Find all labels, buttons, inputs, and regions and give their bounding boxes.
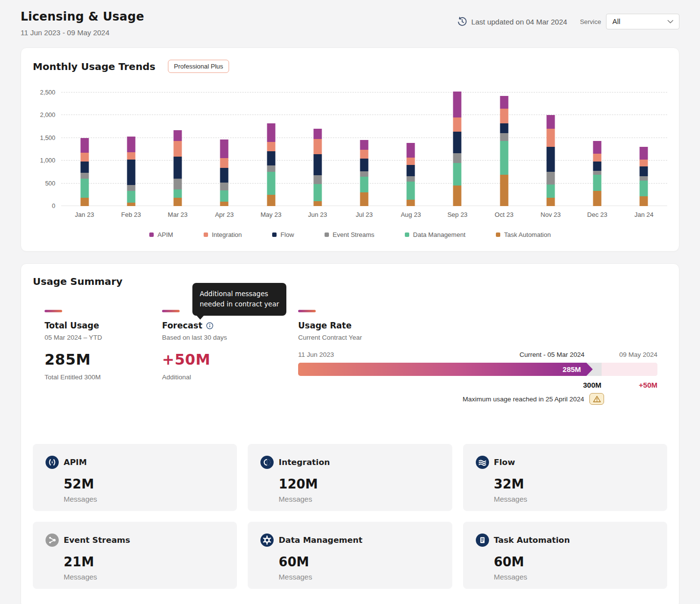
stacked-bar[interactable] <box>80 138 89 206</box>
chart-plot <box>61 93 667 206</box>
bar-segment <box>267 123 275 142</box>
bar-segment <box>546 129 555 147</box>
total-usage-title: Total Usage <box>45 321 99 330</box>
stacked-bar[interactable] <box>593 141 602 206</box>
bar-segment <box>640 196 648 206</box>
total-usage-footnote: Total Entitled 300M <box>45 373 162 381</box>
legend-label: Event Streams <box>333 231 374 238</box>
usage-rate-bar-value: 285M <box>562 365 581 373</box>
page-title: Licensing & Usage <box>21 10 144 23</box>
bar-segment <box>80 173 89 179</box>
x-tick-label: Oct 23 <box>481 211 527 218</box>
service-unit: Messages <box>64 573 224 581</box>
page-date-range: 11 Jun 2023 - 09 May 2024 <box>21 28 144 37</box>
bar-segment <box>127 137 135 152</box>
bar-segment <box>546 115 555 128</box>
x-tick-label: Apr 23 <box>201 211 248 218</box>
legend-item[interactable]: APIM <box>149 231 173 238</box>
bar-segment <box>80 162 89 173</box>
page-header: Licensing & Usage 11 Jun 2023 - 09 May 2… <box>0 0 700 37</box>
service-value: 120M <box>279 477 439 491</box>
legend-item[interactable]: Integration <box>204 231 242 238</box>
x-tick-label: Mar 23 <box>154 211 201 218</box>
bar-segment <box>174 179 182 189</box>
bar-segment <box>360 177 369 192</box>
bar-segment <box>407 165 415 176</box>
bar-segment <box>80 198 89 206</box>
usage-summary-card: Usage Summary Total Usage 05 Mar 2024 – … <box>21 263 679 604</box>
service-select[interactable]: All <box>606 14 679 29</box>
legend-item[interactable]: Flow <box>272 231 294 238</box>
service-card: Event Streams21MMessages <box>33 522 237 589</box>
bar-segment <box>546 198 555 206</box>
legend-item[interactable]: Event Streams <box>325 231 374 238</box>
stacked-bar[interactable] <box>360 140 369 206</box>
bar-segment <box>220 139 229 158</box>
x-tick-label: Sep 23 <box>434 211 481 218</box>
tooltip-line-1: Additional messages <box>200 289 279 300</box>
tooltip-arrow <box>196 315 204 320</box>
x-tick-label: Nov 23 <box>527 211 574 218</box>
bar-segment <box>640 181 648 196</box>
stacked-bar[interactable] <box>407 143 415 206</box>
info-icon[interactable] <box>206 322 213 329</box>
stacked-bar[interactable] <box>267 123 275 206</box>
bar-segment <box>593 141 602 154</box>
bar-segment <box>407 158 415 165</box>
legend-label: Task Automation <box>504 231 551 238</box>
service-name: Event Streams <box>64 535 130 545</box>
stacked-bar[interactable] <box>640 147 648 206</box>
stacked-bar[interactable] <box>500 96 508 206</box>
bar-segment <box>267 195 275 206</box>
bar-segment <box>453 163 462 186</box>
service-card-header: Task Automation <box>476 534 654 547</box>
x-tick-label: Feb 23 <box>108 211 154 218</box>
bar-segment <box>313 201 322 206</box>
accent-pill <box>45 310 62 312</box>
chart-column <box>108 93 154 206</box>
bar-segment <box>80 153 89 162</box>
bar-segment <box>360 150 369 159</box>
service-card-header: APIM <box>46 456 224 469</box>
chart-column <box>574 93 621 206</box>
bar-segment <box>267 172 275 194</box>
service-cards: APIM52MMessagesIntegration120MMessagesFl… <box>33 444 667 589</box>
y-tick-label: 500 <box>45 180 55 187</box>
y-tick-label: 1,000 <box>40 157 55 164</box>
bar-segment <box>407 200 415 206</box>
stacked-bar[interactable] <box>453 92 462 206</box>
warning-icon[interactable] <box>589 393 604 405</box>
y-tick-label: 2,500 <box>40 89 55 96</box>
usage-trends-chart: 05001,0001,5002,0002,500 Jan 23Feb 23Mar… <box>33 77 667 238</box>
stacked-bar[interactable] <box>220 139 229 206</box>
legend-item[interactable]: Task Automation <box>496 231 551 238</box>
bar-segment <box>220 202 229 206</box>
service-card-header: Integration <box>260 456 439 469</box>
y-tick-label: 0 <box>52 203 55 209</box>
bar-segment <box>640 147 648 160</box>
chart-x-axis: Jan 23Feb 23Mar 23Apr 23May 23Jun 23Jul … <box>61 211 667 218</box>
stacked-bar[interactable] <box>174 130 182 206</box>
additional-label: +50M <box>639 381 657 389</box>
legend-label: APIM <box>158 231 173 238</box>
chevron-down-icon <box>667 20 674 23</box>
max-usage-warning-text: Maximum usage reached in 25 April 2024 <box>463 395 584 403</box>
stacked-bar[interactable] <box>313 129 322 206</box>
x-tick-label: Jan 24 <box>621 211 667 218</box>
legend-swatch <box>405 232 409 237</box>
chart-column <box>294 93 341 206</box>
usage-rate-bar: 285M <box>298 363 657 376</box>
service-card: Integration120MMessages <box>248 444 452 511</box>
x-tick-label: Jul 23 <box>341 211 387 218</box>
chart-column <box>481 93 527 206</box>
legend-item[interactable]: Data Management <box>405 231 466 238</box>
service-value: 32M <box>494 477 654 491</box>
stacked-bar[interactable] <box>127 137 135 206</box>
service-name: APIM <box>64 458 87 467</box>
bar-segment <box>640 166 648 176</box>
chart-column <box>61 93 108 206</box>
bar-segment <box>174 189 182 198</box>
stacked-bar[interactable] <box>546 115 555 206</box>
bar-segment <box>500 141 508 175</box>
chart-column <box>248 93 294 206</box>
